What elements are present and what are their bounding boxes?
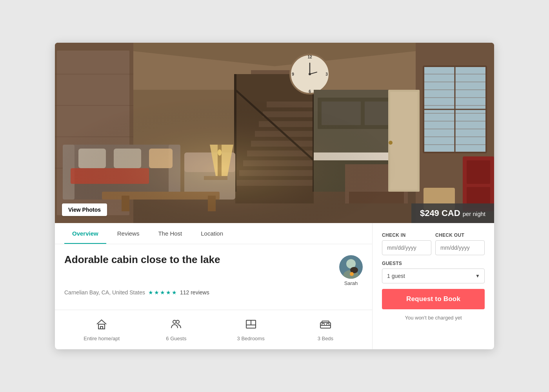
star-3: ★ <box>160 289 165 296</box>
svg-point-91 <box>176 320 179 323</box>
price-per-night: per night <box>463 211 485 217</box>
feature-beds: 3 Beds <box>288 318 363 341</box>
feature-guests: 6 Guests <box>139 318 213 341</box>
tab-the-host[interactable]: The Host <box>150 223 190 244</box>
left-column: Overview Reviews The Host Location Adora… <box>55 223 373 349</box>
guests-select-wrapper: 1 guest 2 guests 3 guests 4 guests 5 gue… <box>382 269 485 283</box>
check-in-group: Check In <box>382 232 431 255</box>
star-4: ★ <box>166 289 171 296</box>
reviews-count: 112 reviews <box>180 289 209 296</box>
feature-bedrooms: 3 Bedrooms <box>214 318 288 341</box>
check-in-input[interactable] <box>382 240 431 255</box>
home-icon <box>95 318 108 332</box>
listing-info: Adorable cabin close to the lake <box>55 244 372 310</box>
listing-title-row: Adorable cabin close to the lake <box>64 254 363 286</box>
star-2: ★ <box>154 289 159 296</box>
svg-rect-97 <box>322 323 324 325</box>
check-in-label: Check In <box>382 232 431 238</box>
guests-form-label: Guests <box>382 261 485 266</box>
listing-location: Carnelian Bay, CA, United States <box>64 289 145 296</box>
tab-location[interactable]: Location <box>193 223 231 244</box>
tab-navigation: Overview Reviews The Host Location <box>55 223 372 244</box>
star-half: ★ <box>172 289 177 296</box>
view-photos-button[interactable]: View Photos <box>62 203 107 216</box>
booking-widget: Check In Check Out Guests 1 guest 2 gue <box>373 223 494 349</box>
host-avatar <box>339 255 363 279</box>
price-amount: $249 CAD <box>420 208 460 218</box>
tab-reviews[interactable]: Reviews <box>109 223 147 244</box>
host-section: Sarah <box>339 254 363 286</box>
hero-section: 12 3 6 9 <box>55 43 494 223</box>
request-to-book-button[interactable]: Request to Book <box>382 289 485 309</box>
beds-icon <box>319 318 332 332</box>
star-rating: ★ ★ ★ ★ ★ <box>148 289 177 296</box>
host-name: Sarah <box>344 280 358 286</box>
check-out-group: Check Out <box>435 232 485 255</box>
no-charge-text: You won't be charged yet <box>382 315 485 321</box>
dates-row: Check In Check Out <box>382 232 485 255</box>
star-1: ★ <box>148 289 153 296</box>
svg-rect-82 <box>55 43 494 223</box>
main-content: Overview Reviews The Host Location Adora… <box>55 223 494 349</box>
guests-label: 6 Guests <box>166 336 186 341</box>
bedroom-icon <box>245 318 257 332</box>
guests-icon <box>170 318 182 332</box>
svg-point-90 <box>173 320 176 323</box>
hero-image: 12 3 6 9 <box>55 43 494 223</box>
home-type-label: Entire home/apt <box>84 336 120 341</box>
booking-form: Check In Check Out Guests 1 guest 2 gue <box>382 232 485 321</box>
svg-rect-98 <box>327 323 329 325</box>
bedrooms-label: 3 Bedrooms <box>237 336 265 341</box>
listing-meta: Carnelian Bay, CA, United States ★ ★ ★ ★… <box>64 289 363 296</box>
svg-point-87 <box>350 272 354 276</box>
features-row: Entire home/apt 6 Guests <box>55 310 372 349</box>
feature-home-type: Entire home/apt <box>64 318 139 341</box>
guests-group: Guests 1 guest 2 guests 3 guests 4 guest… <box>382 261 485 283</box>
check-out-input[interactable] <box>435 240 485 255</box>
svg-rect-89 <box>100 327 103 329</box>
check-out-label: Check Out <box>435 232 485 238</box>
beds-label: 3 Beds <box>318 336 333 341</box>
guests-select[interactable]: 1 guest 2 guests 3 guests 4 guests 5 gue… <box>382 269 485 283</box>
listing-card: 12 3 6 9 <box>55 43 494 349</box>
listing-title: Adorable cabin close to the lake <box>64 254 220 266</box>
price-overlay: $249 CAD per night <box>411 203 494 223</box>
tab-overview[interactable]: Overview <box>64 223 106 244</box>
